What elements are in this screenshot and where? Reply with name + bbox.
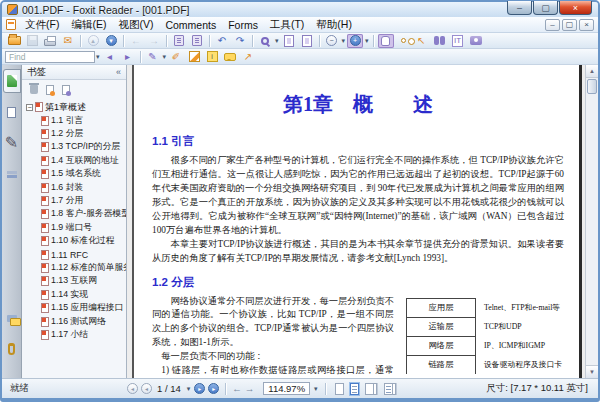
menu-help[interactable]: 帮助(H) (310, 18, 358, 32)
continuous-layout-button[interactable] (350, 383, 359, 395)
fit-page-button[interactable] (299, 34, 315, 48)
zoom-out-button[interactable]: − (324, 34, 340, 48)
last-page-button[interactable]: ▸ (208, 383, 219, 394)
facing-layout-button[interactable] (365, 383, 374, 395)
mdi-restore-button[interactable]: ▢ (562, 19, 577, 31)
zoom-tool-button[interactable] (257, 34, 273, 48)
sticky-note-button[interactable]: i (204, 50, 220, 64)
email-button[interactable]: ✉ (60, 34, 76, 48)
bookmark-item[interactable]: 1.12 标准的简单服务 (41, 261, 126, 274)
next-view-icon[interactable]: → (245, 384, 255, 394)
bookmark-item[interactable]: 1.14 实现 (41, 288, 126, 301)
bookmark-item[interactable]: 1.8 客户-服务器模型 (41, 208, 126, 221)
redo-button[interactable]: ↷ (232, 34, 248, 48)
scrollbar-thumb[interactable] (587, 79, 597, 94)
zoom-dropdown[interactable]: ▾ (314, 385, 318, 393)
comment-tool-button[interactable] (222, 50, 238, 64)
maximize-button[interactable]: ▢ (533, 1, 558, 15)
continuous-facing-layout-button[interactable] (384, 383, 393, 395)
add-bookmark-icon[interactable] (46, 85, 54, 95)
search-button[interactable] (432, 34, 448, 48)
bookmark-item[interactable]: 1.3 TCP/IP的分层 (41, 141, 126, 154)
next-view-button[interactable]: ▾ (103, 34, 119, 48)
pencil-tool-dropdown[interactable]: ▾ (163, 53, 167, 61)
bookmark-root[interactable]: − 第1章概述 (26, 100, 126, 114)
select-annotation-button[interactable]: ↖ (414, 34, 430, 48)
zoom-in-dropdown[interactable]: ▾ (365, 37, 369, 45)
tab-bookmarks[interactable] (3, 69, 21, 93)
bookmark-item[interactable]: 1.9 端口号 (41, 221, 126, 234)
arrow-tool-button[interactable]: ↗ (240, 50, 256, 64)
previous-view-icon[interactable]: ← (232, 384, 242, 394)
bookmark-item[interactable]: 1.6 封装 (41, 181, 126, 194)
zoom-out-dropdown[interactable]: ▾ (342, 37, 346, 45)
first-page-button[interactable]: ◂ (127, 383, 138, 394)
note-tool-button[interactable]: ✐ (168, 50, 184, 64)
menu-file[interactable]: 文件(F) (19, 18, 65, 32)
scroll-down-icon[interactable]: ▼ (586, 365, 598, 378)
go-forward-button[interactable]: → (146, 34, 162, 48)
open-button[interactable] (6, 34, 22, 48)
bookmark-item[interactable]: 1.1 引言 (41, 114, 126, 127)
bookmark-item[interactable]: 1.16 测试网络 (41, 315, 126, 328)
tab-comments[interactable] (3, 306, 21, 330)
save-button[interactable] (24, 34, 40, 48)
print-button[interactable] (42, 34, 58, 48)
bookmark-item[interactable]: 1.7 分用 (41, 194, 126, 207)
minimize-button[interactable]: – (507, 1, 532, 15)
single-page-layout-button[interactable] (335, 383, 344, 395)
collapse-icon[interactable]: − (26, 104, 33, 111)
menu-view[interactable]: 视图(V) (112, 18, 159, 32)
find-input[interactable] (5, 51, 95, 63)
previous-view-button[interactable]: ▴ (85, 34, 101, 48)
vertical-scrollbar[interactable]: ▲ ▼ (585, 65, 598, 378)
tab-layers[interactable] (3, 162, 21, 186)
zoom-indicator[interactable]: 114.97% (263, 382, 310, 395)
menu-forms[interactable]: Forms (222, 19, 264, 31)
go-back-button[interactable]: ← (128, 34, 144, 48)
bookmark-item[interactable]: 1.11 RFC (41, 248, 126, 261)
menu-edit[interactable]: 编辑(E) (65, 18, 112, 32)
bookmark-item-label: 1.5 域名系统 (51, 168, 101, 180)
tab-comments-list[interactable]: ✎ (3, 131, 21, 155)
pencil-tool-button[interactable]: ✎ (145, 50, 161, 64)
collapse-panel-icon[interactable]: « (116, 68, 121, 77)
bookmark-item[interactable]: 1.2 分层 (41, 127, 126, 140)
hand-tool-button[interactable] (378, 34, 394, 48)
zoom-in-button[interactable]: + (347, 34, 363, 48)
bookmark-item[interactable]: 1.4 互联网的地址 (41, 154, 126, 167)
page-dropdown[interactable]: ▾ (187, 385, 191, 393)
read-mode-button[interactable] (396, 34, 412, 48)
find-next-button[interactable]: ▸ (120, 50, 136, 64)
document-view[interactable]: 第1章 概 述 1.1 引言 很多不同的厂家生产各种型号的计算机，它们运行完全不… (127, 65, 598, 378)
bookmark-item[interactable]: 1.13 互联网 (41, 275, 126, 288)
close-button[interactable]: × (559, 1, 592, 15)
find-dropdown[interactable]: ▾ (96, 53, 100, 61)
expand-bookmark-icon[interactable] (62, 85, 70, 95)
menu-comments[interactable]: Comments (159, 19, 222, 31)
undo-button[interactable]: ↶ (214, 34, 230, 48)
mdi-minimize-button[interactable]: – (545, 19, 560, 31)
tab-attachments[interactable] (3, 337, 21, 361)
zoom-tool-dropdown[interactable]: ▾ (275, 37, 279, 45)
mdi-close-button[interactable]: × (579, 19, 594, 31)
highlight-tool-button[interactable] (186, 50, 202, 64)
find-previous-button[interactable]: ◂ (102, 50, 118, 64)
scroll-up-icon[interactable]: ▲ (586, 65, 598, 78)
clipboard-paste-button[interactable] (189, 34, 205, 48)
bookmark-item[interactable]: 1.10 标准化过程 (41, 235, 126, 248)
page-indicator[interactable]: 1 / 14 (157, 383, 181, 394)
clipboard-button[interactable] (171, 34, 187, 48)
tab-pages[interactable] (3, 100, 21, 124)
bookmark-page-icon (41, 183, 49, 193)
next-page-button[interactable]: ▸ (194, 383, 205, 394)
bookmark-item[interactable]: 1.5 域名系统 (41, 168, 126, 181)
snapshot-button[interactable] (468, 34, 484, 48)
select-text-button[interactable]: IT (450, 34, 466, 48)
bookmark-item[interactable]: 1.15 应用编程接口 (41, 301, 126, 314)
menu-tools[interactable]: 工具(T) (264, 18, 310, 32)
fit-width-button[interactable] (281, 34, 297, 48)
delete-bookmark-icon[interactable] (30, 85, 38, 94)
bookmark-item[interactable]: 1.17 小结 (41, 328, 126, 341)
previous-page-button[interactable]: ◂ (141, 383, 152, 394)
